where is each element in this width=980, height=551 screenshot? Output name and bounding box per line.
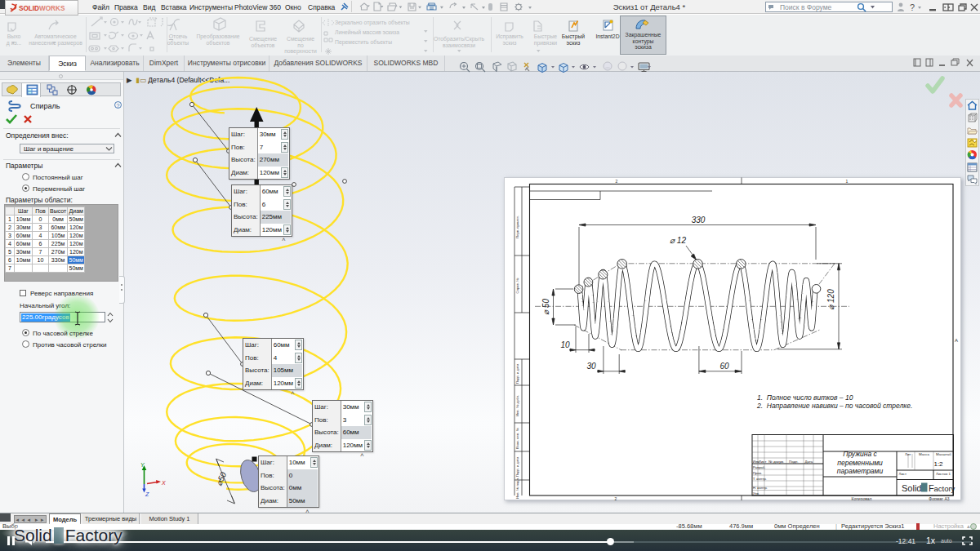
svg-text:30: 30 [586,362,596,371]
svg-text:параметрами: параметрами [837,467,884,475]
svg-text:Лист: Лист [899,472,907,476]
svg-text:⌀50: ⌀50 [214,470,228,487]
svg-text:Подп. и дата: Подп. и дата [515,363,519,384]
svg-text:?: ? [910,2,915,12]
svg-text:Т. контр.: Т. контр. [753,477,767,481]
svg-text:Н. контр.: Н. контр. [753,486,768,490]
svg-text:Масса: Масса [919,452,930,456]
svg-text:X: X [161,480,166,486]
svg-text:переменными: переменными [837,459,883,467]
svg-text:Формат А3: Формат А3 [929,496,949,501]
svg-text:10: 10 [560,340,570,349]
svg-text:Утв.: Утв. [753,491,760,495]
svg-text:actory: actory [934,484,956,493]
svg-text:Пров.: Пров. [753,471,763,475]
svg-text:WORKS: WORKS [39,5,65,12]
svg-text:1: 1 [846,179,849,184]
svg-text:2: 2 [616,179,618,184]
svg-text:Подп.: Подп. [789,460,799,464]
svg-text:Пружина с: Пружина с [843,450,877,458]
svg-text:2: 2 [615,496,617,501]
svg-text:330: 330 [692,216,706,224]
svg-text:SOLID: SOLID [19,5,39,12]
svg-text:Справ. №: Справ. № [515,278,519,294]
svg-text:Масштаб: Масштаб [936,452,951,456]
svg-text:1. Полное число витков – 10: 1. Полное число витков – 10 [757,393,853,402]
svg-text:Лист: Лист [759,460,767,464]
svg-text:Solid: Solid [902,483,921,493]
svg-text:Дата: Дата [805,460,813,464]
svg-text:Перв. примен.: Перв. примен. [515,216,519,238]
svg-text:Разраб.: Разраб. [753,465,766,469]
svg-text:⌀ 50: ⌀ 50 [541,299,550,315]
svg-text:№ докум.: № докум. [768,460,784,464]
svg-text:Инв. № дубл.: Инв. № дубл. [515,395,519,416]
svg-text:Z: Z [145,491,149,497]
svg-text:1:2: 1:2 [933,460,943,468]
svg-text:Копировал: Копировал [851,496,871,501]
svg-text:Лит: Лит [905,452,911,456]
svg-text:⌀ 120: ⌀ 120 [826,289,835,310]
svg-text:Инв. № подл.: Инв. № подл. [515,478,519,499]
svg-text:60: 60 [719,362,729,371]
svg-text:⌀ 12: ⌀ 12 [670,236,686,245]
svg-text:Листов 1: Листов 1 [936,472,951,476]
svg-text:Взам. инв. №: Взам. инв. № [515,428,519,449]
svg-text:Подп. и дата: Подп. и дата [515,456,519,477]
svg-text:2. Направление навивки – по ч: 2. Направление навивки – по часовой стре… [756,402,912,410]
svg-text:A: A [955,338,958,343]
